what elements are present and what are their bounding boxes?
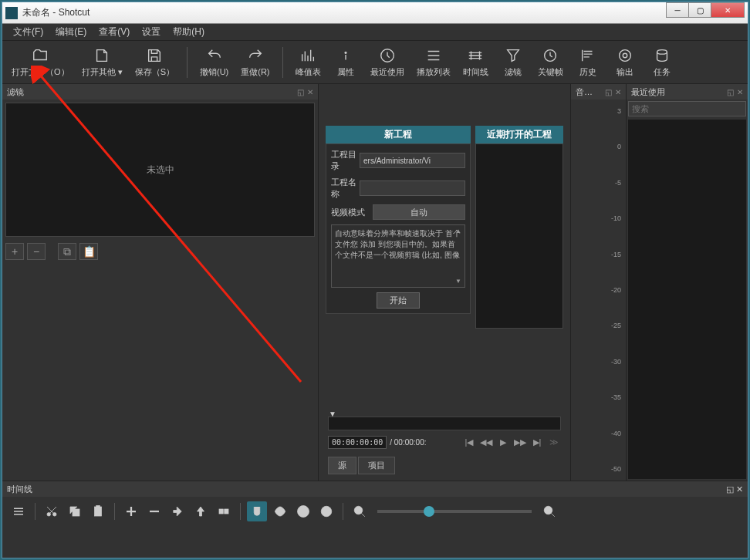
svg-rect-11 (219, 509, 223, 514)
project-name-input[interactable] (360, 180, 465, 196)
app-icon (5, 7, 18, 19)
skip-start-button[interactable]: |◀ (462, 435, 476, 449)
project-name-label: 工程名称 (331, 177, 356, 200)
filters-title: 滤镜 (7, 86, 24, 98)
menu-help[interactable]: 帮助(H) (167, 25, 211, 39)
close-panel-icon[interactable]: ✕ (736, 484, 743, 494)
video-mode-label: 视频模式 (331, 207, 370, 218)
tab-source[interactable]: 源 (328, 457, 356, 474)
cut-button[interactable] (42, 501, 62, 521)
player-track[interactable] (328, 417, 561, 430)
recent-open-list[interactable] (475, 143, 563, 329)
ripple-all-button[interactable] (316, 501, 336, 521)
scroll-down-icon[interactable]: ▼ (455, 277, 463, 285)
menubar: 文件(F) 编辑(E) 查看(V) 设置 帮助(H) (2, 24, 748, 41)
jobs-button[interactable]: 任务 (647, 45, 677, 79)
recent-side-list[interactable] (628, 120, 746, 479)
overwrite-button[interactable] (191, 501, 211, 521)
close-panel-icon[interactable]: ✕ (737, 88, 743, 96)
export-button[interactable]: 输出 (610, 45, 640, 79)
close-button[interactable]: ✕ (711, 2, 745, 18)
new-project-header: 新工程 (326, 126, 471, 143)
svg-rect-10 (96, 506, 100, 508)
audio-title: 音… (576, 86, 593, 98)
menu-settings[interactable]: 设置 (136, 25, 167, 39)
snap-button[interactable] (247, 501, 267, 521)
svg-point-3 (619, 50, 630, 62)
project-dir-input[interactable] (360, 153, 465, 168)
zoom-slider[interactable] (377, 510, 532, 513)
menu-view[interactable]: 查看(V) (93, 25, 136, 39)
dock-icon[interactable]: ◱ (726, 484, 734, 494)
play-button[interactable]: ▶ (496, 435, 510, 449)
recent-side-title: 最近使用 (631, 86, 665, 98)
remove-button[interactable] (144, 501, 164, 521)
next-button[interactable]: ≫ (547, 435, 561, 449)
project-dir-label: 工程目录 (331, 149, 356, 172)
open-file-button[interactable]: 打开文件（O） (8, 45, 73, 79)
time-total: / 00:00:00: (390, 438, 426, 447)
ripple-button[interactable] (293, 501, 313, 521)
close-panel-icon[interactable]: ✕ (615, 88, 621, 96)
lift-button[interactable] (167, 501, 188, 521)
add-filter-button[interactable]: + (5, 243, 24, 260)
filter-preview: 未选中 (5, 103, 315, 237)
search-input[interactable] (628, 101, 746, 116)
open-other-button[interactable]: 打开其他 ▾ (79, 45, 126, 79)
undo-button[interactable]: 撤销(U) (197, 45, 231, 79)
center-panel: 新工程 工程目录 工程名称 视频模式 自动 (319, 84, 570, 481)
menu-edit[interactable]: 编辑(E) (49, 25, 93, 39)
titlebar: 未命名 - Shotcut ─ ▢ ✕ (2, 2, 748, 24)
copy-filter-button[interactable]: ⧉ (58, 243, 76, 260)
tab-project[interactable]: 项目 (358, 457, 395, 474)
zoom-in-button[interactable] (539, 501, 559, 521)
copy-button[interactable] (65, 501, 85, 521)
filters-button[interactable]: 滤镜 (498, 45, 529, 79)
audio-panel: 音… ◱ ✕ 3 0 -5 -10 -15 -20 -25 -30 -35 -4… (570, 84, 626, 481)
timeline-title: 时间线 (7, 484, 32, 495)
recent-side-panel: 最近使用 ◱ ✕ (626, 84, 748, 481)
playlist-button[interactable]: 播放列表 (414, 45, 454, 79)
time-current[interactable]: 00:00:00:00 (328, 436, 387, 449)
svg-rect-12 (225, 509, 228, 514)
add-button[interactable] (121, 501, 141, 521)
keyframes-button[interactable]: 关键帧 (535, 45, 566, 79)
forward-button[interactable]: ▶▶ (513, 435, 527, 449)
minimize-button[interactable]: ─ (666, 2, 689, 18)
titlebar-text: 未命名 - Shotcut (22, 6, 745, 19)
recent-open-panel: 近期打开的工程 (475, 126, 563, 417)
video-mode-select[interactable]: 自动 (373, 204, 465, 220)
scrub-button[interactable] (270, 501, 290, 521)
toolbar: 打开文件（O） 打开其他 ▾ 保存（S） 撤销(U) 重做(R) 峰值表 属性 … (2, 41, 748, 84)
audio-meter: 3 0 -5 -10 -15 -20 -25 -30 -35 -40 -50 (571, 100, 626, 481)
dock-icon[interactable]: ◱ (727, 88, 734, 96)
new-project-panel: 新工程 工程目录 工程名称 视频模式 自动 (326, 126, 471, 417)
zoom-out-button[interactable] (350, 501, 370, 521)
svg-point-5 (657, 50, 667, 55)
redo-button[interactable]: 重做(R) (238, 45, 272, 79)
menu-file[interactable]: 文件(F) (7, 25, 49, 39)
paste-filter-button[interactable]: 📋 (79, 243, 98, 260)
close-panel-icon[interactable]: ✕ (307, 88, 313, 96)
timeline-button[interactable]: 时间线 (460, 45, 492, 79)
history-button[interactable]: 历史 (573, 45, 603, 79)
skip-end-button[interactable]: ▶| (530, 435, 544, 449)
recent-open-header: 近期打开的工程 (475, 126, 563, 143)
dock-icon[interactable]: ◱ (605, 88, 612, 96)
remove-filter-button[interactable]: − (27, 243, 46, 260)
svg-point-0 (345, 52, 346, 53)
save-button[interactable]: 保存（S） (132, 45, 177, 79)
svg-point-4 (623, 53, 627, 58)
dock-icon[interactable]: ◱ (297, 88, 304, 96)
split-button[interactable] (214, 501, 234, 521)
peak-meter-button[interactable]: 峰值表 (292, 45, 324, 79)
properties-button[interactable]: 属性 (330, 45, 361, 79)
svg-point-16 (298, 506, 309, 518)
recent-button[interactable]: 最近使用 (367, 45, 407, 79)
scroll-up-icon[interactable]: ▲ (455, 227, 463, 235)
rewind-button[interactable]: ◀◀ (479, 435, 493, 449)
menu-icon[interactable] (8, 501, 29, 521)
start-button[interactable]: 开始 (377, 292, 420, 309)
paste-button[interactable] (88, 501, 108, 521)
maximize-button[interactable]: ▢ (688, 2, 711, 18)
